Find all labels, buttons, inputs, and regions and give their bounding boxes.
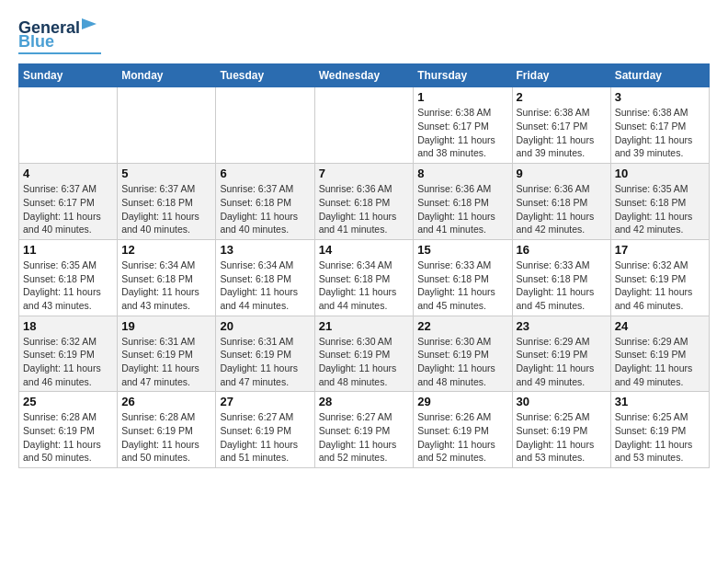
day-number: 12 (121, 243, 211, 257)
calendar-cell: 11Sunrise: 6:35 AMSunset: 6:18 PMDayligh… (19, 239, 118, 316)
calendar-cell: 15Sunrise: 6:33 AMSunset: 6:18 PMDayligh… (414, 239, 512, 316)
day-number: 10 (615, 167, 705, 180)
page-header: General Blue (18, 18, 710, 54)
logo: General Blue (18, 18, 101, 54)
calendar-cell: 18Sunrise: 6:32 AMSunset: 6:19 PMDayligh… (19, 316, 118, 392)
day-number: 28 (319, 395, 410, 408)
calendar-table: SundayMondayTuesdayWednesdayThursdayFrid… (18, 63, 710, 468)
calendar-cell: 13Sunrise: 6:34 AMSunset: 6:18 PMDayligh… (216, 239, 314, 316)
day-number: 4 (23, 167, 113, 180)
day-info: Sunrise: 6:36 AMSunset: 6:18 PMDaylight:… (517, 182, 607, 236)
day-number: 13 (220, 243, 310, 257)
day-number: 31 (615, 395, 705, 408)
day-info: Sunrise: 6:35 AMSunset: 6:18 PMDaylight:… (615, 182, 705, 236)
day-number: 24 (615, 319, 705, 333)
day-number: 5 (121, 167, 211, 180)
calendar-cell: 27Sunrise: 6:27 AMSunset: 6:19 PMDayligh… (216, 392, 314, 468)
logo-flag-icon (82, 18, 97, 33)
calendar-cell: 12Sunrise: 6:34 AMSunset: 6:18 PMDayligh… (118, 239, 216, 316)
day-number: 18 (23, 319, 113, 333)
day-number: 20 (220, 319, 310, 333)
calendar-cell: 29Sunrise: 6:26 AMSunset: 6:19 PMDayligh… (414, 392, 512, 468)
calendar-cell: 3Sunrise: 6:38 AMSunset: 6:17 PMDaylight… (610, 87, 709, 164)
day-number: 25 (23, 395, 113, 408)
day-info: Sunrise: 6:28 AMSunset: 6:19 PMDaylight:… (121, 410, 211, 465)
day-number: 27 (220, 395, 310, 408)
day-number: 17 (615, 243, 705, 257)
calendar-cell (216, 87, 314, 164)
day-info: Sunrise: 6:33 AMSunset: 6:18 PMDaylight:… (417, 259, 507, 313)
day-info: Sunrise: 6:27 AMSunset: 6:19 PMDaylight:… (319, 410, 410, 465)
calendar-cell: 21Sunrise: 6:30 AMSunset: 6:19 PMDayligh… (314, 316, 414, 392)
day-info: Sunrise: 6:35 AMSunset: 6:18 PMDaylight:… (23, 259, 113, 313)
day-info: Sunrise: 6:25 AMSunset: 6:19 PMDaylight:… (615, 410, 705, 465)
day-number: 19 (121, 319, 211, 333)
calendar-cell: 14Sunrise: 6:34 AMSunset: 6:18 PMDayligh… (314, 239, 414, 316)
svg-marker-0 (82, 18, 97, 29)
day-info: Sunrise: 6:26 AMSunset: 6:19 PMDaylight:… (417, 410, 507, 465)
day-number: 29 (417, 395, 507, 408)
calendar-cell: 10Sunrise: 6:35 AMSunset: 6:18 PMDayligh… (610, 164, 709, 240)
calendar-header-tuesday: Tuesday (216, 64, 314, 87)
calendar-header-friday: Friday (512, 64, 610, 87)
day-info: Sunrise: 6:27 AMSunset: 6:19 PMDaylight:… (220, 410, 310, 465)
day-info: Sunrise: 6:34 AMSunset: 6:18 PMDaylight:… (121, 259, 211, 313)
calendar-cell (314, 87, 414, 164)
day-info: Sunrise: 6:31 AMSunset: 6:19 PMDaylight:… (121, 335, 211, 389)
day-info: Sunrise: 6:38 AMSunset: 6:17 PMDaylight:… (417, 106, 507, 160)
calendar-cell: 17Sunrise: 6:32 AMSunset: 6:19 PMDayligh… (610, 239, 709, 316)
calendar-cell: 9Sunrise: 6:36 AMSunset: 6:18 PMDaylight… (512, 164, 610, 240)
day-number: 23 (517, 319, 607, 333)
calendar-cell: 25Sunrise: 6:28 AMSunset: 6:19 PMDayligh… (19, 392, 118, 468)
day-number: 3 (615, 90, 705, 104)
calendar-cell: 28Sunrise: 6:27 AMSunset: 6:19 PMDayligh… (314, 392, 414, 468)
calendar-cell: 20Sunrise: 6:31 AMSunset: 6:19 PMDayligh… (216, 316, 314, 392)
day-info: Sunrise: 6:37 AMSunset: 6:18 PMDaylight:… (220, 182, 310, 236)
day-number: 26 (121, 395, 211, 408)
logo-blue-text: Blue (18, 33, 54, 51)
day-number: 8 (417, 167, 507, 180)
day-number: 7 (319, 167, 410, 180)
day-info: Sunrise: 6:38 AMSunset: 6:17 PMDaylight:… (517, 106, 607, 160)
calendar-header-monday: Monday (118, 64, 216, 87)
calendar-cell: 6Sunrise: 6:37 AMSunset: 6:18 PMDaylight… (216, 164, 314, 240)
calendar-cell: 26Sunrise: 6:28 AMSunset: 6:19 PMDayligh… (118, 392, 216, 468)
calendar-cell: 5Sunrise: 6:37 AMSunset: 6:18 PMDaylight… (118, 164, 216, 240)
calendar-cell: 4Sunrise: 6:37 AMSunset: 6:17 PMDaylight… (19, 164, 118, 240)
day-info: Sunrise: 6:38 AMSunset: 6:17 PMDaylight:… (615, 106, 705, 160)
calendar-cell (19, 87, 118, 164)
calendar-cell: 30Sunrise: 6:25 AMSunset: 6:19 PMDayligh… (512, 392, 610, 468)
day-number: 21 (319, 319, 410, 333)
day-info: Sunrise: 6:36 AMSunset: 6:18 PMDaylight:… (417, 182, 507, 236)
calendar-header-sunday: Sunday (19, 64, 118, 87)
day-info: Sunrise: 6:34 AMSunset: 6:18 PMDaylight:… (220, 259, 310, 313)
day-number: 22 (417, 319, 507, 333)
calendar-cell (118, 87, 216, 164)
calendar-cell: 22Sunrise: 6:30 AMSunset: 6:19 PMDayligh… (414, 316, 512, 392)
day-info: Sunrise: 6:30 AMSunset: 6:19 PMDaylight:… (417, 335, 507, 389)
day-info: Sunrise: 6:32 AMSunset: 6:19 PMDaylight:… (615, 259, 705, 313)
day-info: Sunrise: 6:29 AMSunset: 6:19 PMDaylight:… (615, 335, 705, 389)
calendar-header-saturday: Saturday (610, 64, 709, 87)
day-info: Sunrise: 6:36 AMSunset: 6:18 PMDaylight:… (319, 182, 410, 236)
day-info: Sunrise: 6:25 AMSunset: 6:19 PMDaylight:… (517, 410, 607, 465)
day-number: 6 (220, 167, 310, 180)
day-number: 1 (417, 90, 507, 104)
day-info: Sunrise: 6:34 AMSunset: 6:18 PMDaylight:… (319, 259, 410, 313)
calendar-cell: 1Sunrise: 6:38 AMSunset: 6:17 PMDaylight… (414, 87, 512, 164)
day-info: Sunrise: 6:31 AMSunset: 6:19 PMDaylight:… (220, 335, 310, 389)
day-number: 9 (517, 167, 607, 180)
day-info: Sunrise: 6:28 AMSunset: 6:19 PMDaylight:… (23, 410, 113, 465)
day-number: 14 (319, 243, 410, 257)
day-info: Sunrise: 6:37 AMSunset: 6:17 PMDaylight:… (23, 182, 113, 236)
day-number: 2 (517, 90, 607, 104)
day-number: 11 (23, 243, 113, 257)
calendar-cell: 19Sunrise: 6:31 AMSunset: 6:19 PMDayligh… (118, 316, 216, 392)
day-number: 15 (417, 243, 507, 257)
logo-underline (18, 52, 101, 55)
calendar-header-thursday: Thursday (414, 64, 512, 87)
day-info: Sunrise: 6:30 AMSunset: 6:19 PMDaylight:… (319, 335, 410, 389)
day-info: Sunrise: 6:32 AMSunset: 6:19 PMDaylight:… (23, 335, 113, 389)
calendar-cell: 7Sunrise: 6:36 AMSunset: 6:18 PMDaylight… (314, 164, 414, 240)
day-number: 16 (517, 243, 607, 257)
